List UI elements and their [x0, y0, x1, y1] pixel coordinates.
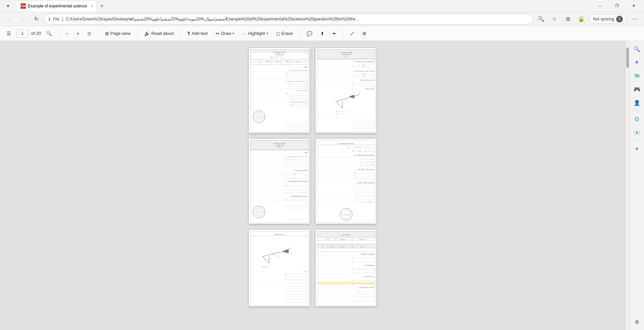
svg-text:الف) .........................: الف) ...................................… [282, 173, 308, 175]
svg-text:نام دانش آموز: نام دانش آموز [359, 238, 366, 240]
sign-btn[interactable]: ✒ [330, 28, 339, 39]
svg-text:ب- ...........................: ب- .....................................… [357, 293, 374, 294]
svg-text:۱- جاهای خالی را کامل کنید:: ۱- جاهای خالی را کامل کنید: [360, 253, 374, 255]
sidebar-shopping-btn[interactable]: 🛍 [632, 70, 642, 81]
svg-text:برگه علوم تجربی: برگه علوم تجربی [342, 234, 351, 235]
sidebar-profile-btn[interactable]: 👤 [632, 97, 642, 108]
sign-icon: ✒ [332, 31, 336, 36]
svg-text:..............................: ........................................… [353, 122, 374, 124]
sidebar-search-btn[interactable]: 🔍 [632, 44, 642, 54]
close-btn[interactable]: ✕ [626, 1, 641, 11]
more-options-btn[interactable]: ··· [629, 14, 640, 24]
zoom-in-btn[interactable]: + [74, 28, 82, 39]
collections-icon: ⊞ [566, 16, 570, 22]
sidebar-add-btn[interactable]: + [632, 144, 642, 154]
scrollbar-thumb[interactable] [626, 48, 629, 68]
svg-text:..............................: ........................................… [286, 296, 308, 297]
add-text-btn[interactable]: T Add text [185, 28, 210, 39]
svg-rect-7 [251, 60, 309, 62]
svg-text:کلاس: کلاس [326, 239, 329, 240]
url-bar[interactable]: ℹ File | C:/Users/Green%20rayan/Desktop/… [44, 14, 533, 24]
svg-text:..............................: ........................................… [353, 220, 374, 221]
erase-btn[interactable]: ◻ Erase [273, 28, 296, 39]
svg-rect-13 [251, 62, 309, 65]
zoom-in-icon: + [76, 31, 79, 36]
svg-text:مهر: مهر [258, 116, 260, 118]
pdf-viewer[interactable]: آموزش و پرورش ناحیه آزمون علوم تجربی پای… [0, 41, 625, 330]
read-aloud-label: Read aloud [151, 31, 174, 36]
svg-text:الف- .........................: الف- ...................................… [354, 172, 374, 174]
refresh-icon: ↻ [34, 16, 39, 22]
tab-close-btn[interactable]: × [91, 3, 93, 9]
sidebar-circle-btn[interactable]: ⊙ [632, 114, 642, 124]
url-text: C:/Users/Green%20rayan/Desktop/ali/ششم/س… [66, 17, 529, 21]
svg-text:۳- ............. الف □  ب □  پ: ۳- ............. الف □ ب □ پ □ ت □ [360, 164, 374, 165]
highlight-btn[interactable]: ▭ Highlight ▾ [239, 28, 271, 39]
lock-icon: 🔒 [578, 16, 585, 22]
fit-btn[interactable]: ⊙ [85, 28, 94, 39]
svg-text:۱- ...........................: ۱- .....................................… [354, 186, 374, 187]
svg-text:ب- ...........................: ب- .....................................… [287, 97, 308, 98]
pdf-page-6: برگه علوم تجربی نام دانش آموز نام خانواد… [315, 229, 377, 307]
pdf-page-4: پرسشنامه سنجش (پیش بینی) نام: ..........… [315, 139, 377, 224]
svg-text:آموزش و پرورش ناحیه: آموزش و پرورش ناحیه [273, 142, 286, 144]
comment-btn[interactable]: 💬 [304, 28, 315, 39]
not-syncing-btn[interactable]: Not syncing G [589, 14, 627, 24]
profile-lock-btn[interactable]: 🔒 [576, 14, 587, 24]
svg-text:سوال چهارم: سوال چهارم [330, 246, 335, 247]
active-tab[interactable]: PDF Example of experimental science × [16, 0, 97, 12]
fullscreen-btn[interactable]: ⤢ [347, 28, 357, 39]
pdf-settings-btn[interactable]: ⚙ [360, 28, 369, 39]
page-view-btn[interactable]: ⊞ Page view [102, 28, 133, 39]
restore-btn[interactable]: ❐ [609, 1, 625, 11]
favorites-btn[interactable]: ☆ [549, 14, 560, 24]
vertical-scrollbar[interactable] [625, 41, 629, 330]
read-aloud-btn[interactable]: 🔊 Read aloud [142, 28, 176, 39]
svg-text:..............................: ........................................… [286, 128, 308, 130]
back-btn[interactable]: ← [4, 14, 15, 24]
svg-text:..............................: ........................................… [286, 126, 308, 128]
svg-text:بخش سوم: به سوالات پاسخ دهید: بخش سوم: به سوالات پاسخ دهید [357, 182, 374, 183]
svg-text:ب- ...........................: ب- .....................................… [286, 188, 308, 189]
search-web-btn[interactable]: 🔍 [536, 14, 546, 24]
svg-text:آزمون علوم تجربی: آزمون علوم تجربی [275, 144, 285, 146]
svg-text:سوالات:: سوالات: [303, 66, 308, 68]
zoom-out-btn[interactable]: − [63, 28, 71, 39]
svg-text:۳- ...........................: ۳- .....................................… [355, 198, 374, 200]
refresh-btn[interactable]: ↻ [31, 14, 42, 24]
page-number-input[interactable]: 1 [16, 29, 29, 38]
url-separator: | [62, 17, 63, 21]
svg-text:الف) .........................: الف) .................................. … [351, 73, 374, 75]
forward-btn[interactable]: → [17, 14, 28, 24]
svg-text:آزمون علوم تجربی: آزمون علوم تجربی [275, 53, 285, 55]
share-btn[interactable]: ⬆ [318, 28, 327, 39]
svg-text:ب- ...........................: ب- .....................................… [352, 272, 375, 273]
svg-text:..............................: ........................................… [286, 122, 308, 124]
sidebar-games-btn[interactable]: 🎮 [632, 84, 642, 95]
collections-btn[interactable]: ⊞ [562, 14, 573, 24]
sidebar-settings-icon: ⚙ [635, 319, 639, 325]
svg-text:الف- .........................: الف- ...................................… [351, 279, 375, 281]
svg-text:پ- ...........................: پ- .....................................… [286, 77, 308, 79]
add-text-icon: T [187, 31, 191, 36]
sidebar-copilot-btn[interactable]: ✦ [632, 57, 642, 68]
sidebar-search-icon: 🔍 [634, 46, 640, 52]
svg-text:سوال ۴: سوال ۴ [266, 61, 269, 62]
svg-text:..............................: ........................................… [286, 207, 308, 209]
svg-text:..............................: ........................................… [354, 194, 374, 196]
svg-rect-193 [317, 241, 375, 244]
svg-marker-76 [349, 95, 354, 98]
sidebar-outlook-btn[interactable]: 📧 [632, 127, 642, 138]
svg-text:سوالات: سوالات [344, 56, 348, 57]
minimize-btn[interactable]: ─ [592, 1, 608, 11]
draw-btn[interactable]: ✏ Draw ▾ [213, 28, 237, 39]
new-tab-btn[interactable]: + [97, 1, 107, 11]
svg-text:سوال ۱: سوال ۱ [296, 61, 300, 62]
sidebar-toggle-btn[interactable]: ≡ [3, 1, 13, 11]
pdf-menu-btn[interactable]: ☰ [4, 28, 14, 39]
tab-bar: PDF Example of experimental science × + [16, 0, 107, 12]
pdf-search-btn[interactable]: 🔍 [44, 28, 55, 39]
svg-text:الف- .........................: الف- ...................................… [336, 111, 349, 112]
sidebar-settings-btn[interactable]: ⚙ [632, 317, 642, 327]
svg-text:الف) .......... ب) .......... : الف) .......... ب) .......... پ) .......… [355, 201, 374, 202]
